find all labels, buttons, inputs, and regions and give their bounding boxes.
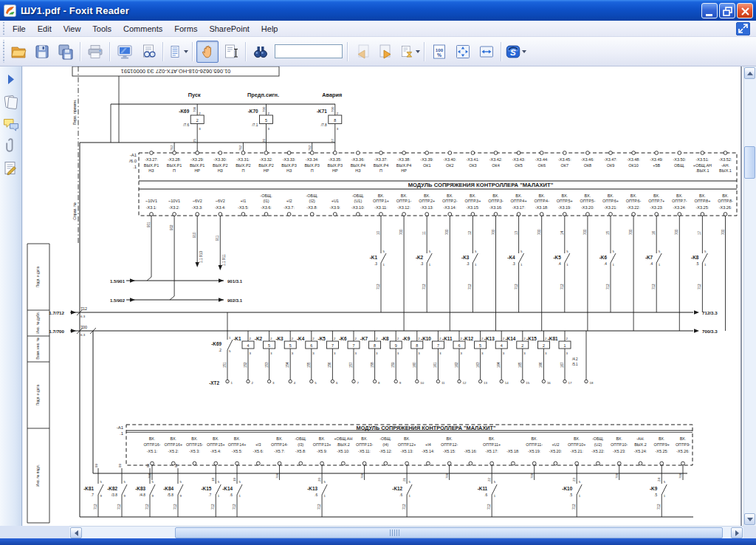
sidebar-comments-button[interactable] bbox=[2, 115, 20, 133]
svg-text:/7.8: /7.8 bbox=[321, 123, 327, 127]
scroll-up-button[interactable] bbox=[744, 67, 755, 79]
title-bar[interactable]: ШУ1.pdf - Foxit Reader bbox=[0, 0, 756, 21]
preview-button[interactable] bbox=[137, 41, 159, 63]
svg-text:ОПТР.12-: ОПТР.12- bbox=[441, 442, 458, 447]
svg-text:-X3.37:: -X3.37: bbox=[374, 157, 388, 162]
svg-text:2: 2 bbox=[376, 337, 378, 340]
page-display-button[interactable] bbox=[167, 41, 189, 63]
menu-help[interactable]: Help bbox=[255, 22, 284, 35]
sidebar-pages-button[interactable] bbox=[2, 93, 20, 111]
svg-text:ОПТР.3-: ОПТР.3- bbox=[488, 199, 504, 203]
svg-text:ОПТР.1+: ОПТР.1+ bbox=[373, 199, 389, 203]
svg-text:~6V2: ~6V2 bbox=[216, 199, 225, 203]
svg-text:.6: .6 bbox=[315, 493, 317, 497]
svg-text:ВЫХ.2: ВЫХ.2 bbox=[634, 442, 646, 447]
menubar-grip[interactable] bbox=[1, 22, 5, 35]
svg-text:+5В: +5В bbox=[653, 163, 660, 168]
svg-text:ОПТР.5+: ОПТР.5+ bbox=[557, 199, 573, 203]
previous-view-button[interactable] bbox=[351, 41, 374, 63]
horizontal-scroll-thumb[interactable] bbox=[175, 527, 723, 538]
svg-text:1: 1 bbox=[613, 263, 615, 267]
svg-text:ВХ.: ВХ. bbox=[699, 193, 706, 198]
dropdown-caret-icon[interactable] bbox=[522, 50, 526, 53]
search-input[interactable] bbox=[275, 44, 343, 58]
save-button[interactable] bbox=[31, 41, 53, 63]
hourglass-page-icon bbox=[399, 43, 414, 61]
svg-text:-K81: -K81 bbox=[83, 486, 94, 491]
menu-sharepoint[interactable]: SharePoint bbox=[203, 22, 255, 35]
menu-view[interactable]: View bbox=[58, 22, 87, 35]
save-all-button[interactable] bbox=[55, 41, 77, 63]
svg-text:3: 3 bbox=[250, 352, 252, 355]
fullscreen-toggle-icon[interactable] bbox=[736, 22, 750, 35]
hand-tool-button[interactable] bbox=[196, 41, 219, 63]
vertical-scrollbar[interactable] bbox=[743, 66, 756, 526]
svg-text:+U1: +U1 bbox=[331, 199, 339, 203]
svg-text:+ОБЩ.АН: +ОБЩ.АН bbox=[693, 163, 712, 168]
print-button[interactable] bbox=[84, 41, 106, 63]
svg-text:2: 2 bbox=[355, 337, 357, 340]
scroll-down-button[interactable] bbox=[744, 513, 755, 525]
svg-text:2: 2 bbox=[397, 337, 399, 340]
svg-text:5: 5 bbox=[315, 381, 317, 385]
zoom-100-button[interactable]: 100% bbox=[428, 41, 450, 63]
svg-text:700: 700 bbox=[331, 106, 334, 112]
svg-text:-X3.35:: -X3.35: bbox=[329, 157, 342, 162]
svg-text:НЗ: НЗ bbox=[286, 168, 292, 173]
fit-width-button[interactable] bbox=[475, 41, 498, 63]
menu-comments[interactable]: Comments bbox=[117, 22, 168, 35]
svg-text:ВХ.: ВХ. bbox=[149, 436, 155, 441]
svg-text:5: 5 bbox=[268, 343, 270, 348]
next-view-button[interactable] bbox=[375, 41, 397, 63]
navigation-sidebar bbox=[0, 66, 22, 526]
menu-tools[interactable]: Tools bbox=[86, 22, 117, 35]
close-button[interactable] bbox=[737, 3, 753, 18]
dropdown-caret-icon[interactable] bbox=[184, 50, 188, 53]
svg-text:-X3.21:: -X3.21: bbox=[604, 205, 617, 210]
svg-text:-X3.27:: -X3.27: bbox=[145, 157, 158, 162]
select-text-button[interactable] bbox=[220, 41, 242, 63]
svg-text:ВХ.: ВХ. bbox=[276, 436, 282, 441]
foxit-ds-button[interactable]: S bbox=[505, 41, 527, 63]
fit-page-button[interactable] bbox=[452, 41, 474, 63]
svg-text:21: 21 bbox=[402, 478, 406, 481]
svg-text:20: 20 bbox=[317, 478, 321, 481]
sidebar-signature-button[interactable] bbox=[2, 160, 20, 177]
full-screen-button[interactable] bbox=[114, 41, 136, 63]
restore-button[interactable] bbox=[719, 3, 735, 18]
sidebar-expand-arrow-button[interactable] bbox=[2, 71, 20, 89]
find-button[interactable] bbox=[250, 41, 272, 63]
svg-text:ВЫХ.Р4: ВЫХ.Р4 bbox=[396, 163, 411, 168]
dropdown-caret-icon[interactable] bbox=[416, 50, 420, 53]
menu-edit[interactable]: Edit bbox=[32, 22, 58, 35]
minimize-button[interactable] bbox=[701, 3, 718, 18]
open-button[interactable] bbox=[7, 41, 30, 63]
scroll-left-button[interactable] bbox=[70, 527, 82, 538]
sidebar-attachment-button[interactable] bbox=[2, 137, 20, 155]
document-canvas[interactable]: 01.065.0626-018-НО.АТХ-027 Э3 00001591Пе… bbox=[23, 66, 743, 526]
svg-text:.ВЫХ.1: .ВЫХ.1 bbox=[695, 168, 709, 173]
svg-text:3: 3 bbox=[461, 352, 463, 355]
svg-text:712: 712 bbox=[170, 145, 173, 151]
svg-text:2: 2 bbox=[250, 337, 252, 340]
svg-text:152: 152 bbox=[244, 362, 247, 368]
scroll-right-button[interactable] bbox=[731, 527, 743, 538]
svg-text:9: 9 bbox=[399, 381, 402, 385]
menu-forms[interactable]: Forms bbox=[168, 22, 203, 35]
svg-text:ВЫХ.Р2: ВЫХ.Р2 bbox=[236, 163, 250, 168]
vertical-scroll-thumb[interactable] bbox=[744, 146, 755, 179]
svg-text:5: 5 bbox=[579, 480, 581, 484]
svg-text:-K5: -K5 bbox=[553, 255, 561, 260]
xt2-row: 1-K69.25151-XT212-K14315222-K25315332-K3… bbox=[209, 312, 594, 385]
svg-text:99: 99 bbox=[146, 464, 150, 467]
analog-links: 9019029109111.1 9101.1 9111.5/901901/3.1… bbox=[110, 216, 243, 303]
history-button[interactable] bbox=[399, 41, 421, 63]
svg-text:ОК3: ОК3 bbox=[469, 163, 477, 168]
svg-text:ВХ.: ВХ. bbox=[191, 436, 197, 441]
horizontal-scrollbar[interactable] bbox=[69, 526, 743, 538]
toolbar-grip[interactable] bbox=[1, 40, 5, 63]
svg-text:-K84: -K84 bbox=[163, 486, 173, 491]
menu-file[interactable]: File bbox=[7, 22, 32, 35]
top-circuit-1: Предп.сигн.7002-K705/7.1326712 bbox=[238, 92, 279, 153]
svg-text:700/3.3: 700/3.3 bbox=[702, 329, 718, 334]
